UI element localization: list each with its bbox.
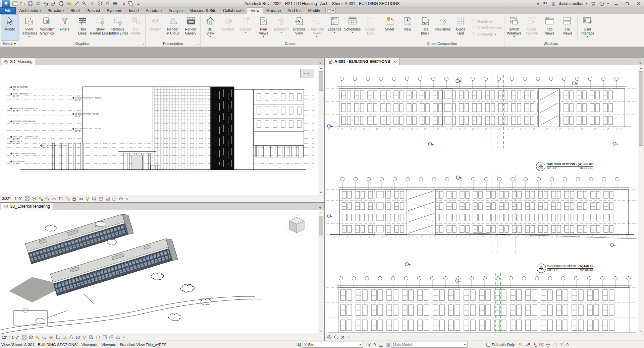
section-marker-icon[interactable] — [405, 263, 411, 266]
user-interface-button[interactable]: UserInterface▼ — [579, 14, 596, 41]
unlocked-view-icon[interactable] — [71, 196, 77, 202]
toolbar-expand-icon[interactable]: < — [123, 335, 125, 339]
dropdown-caret-icon[interactable]: ▼ — [513, 36, 515, 38]
toolbar-expand-icon[interactable]: < — [126, 197, 128, 201]
dropdown-caret-icon[interactable]: ▼ — [351, 31, 354, 33]
design-options-icon[interactable] — [378, 342, 384, 348]
scale-control[interactable]: 3/32" = 1'-0" — [2, 197, 22, 201]
scroll-up-icon[interactable]: ▲ — [640, 65, 642, 70]
customize-quick-access-icon[interactable] — [135, 1, 142, 7]
tab-3d-massing[interactable]: 3D_Massing — [1, 58, 36, 65]
collapse-search-icon[interactable]: ◄ — [536, 2, 539, 5]
signed-in-user[interactable]: david.smolker — [559, 1, 584, 6]
window-sheet-a301[interactable]: A-301 - BUILDING SECTIONS ✕ ▼ 01A-301 BU… — [324, 58, 644, 341]
ribbon-tab-architecture[interactable]: Architecture — [16, 8, 44, 14]
measure-icon[interactable] — [65, 1, 72, 7]
user-account-icon[interactable] — [550, 1, 557, 7]
fine-detail-icon[interactable] — [21, 335, 27, 340]
scroll-down-icon[interactable]: ▼ — [320, 329, 322, 334]
section-marker-icon[interactable] — [613, 142, 618, 145]
legends-button[interactable]: Legends▼ — [326, 14, 343, 41]
rendering-vscrollbar[interactable]: ▲▼ — [318, 210, 324, 334]
redo-icon[interactable] — [50, 1, 57, 7]
app-menu-icon[interactable] — [11, 1, 18, 7]
ribbon-tab-modify[interactable]: Modify — [305, 8, 323, 14]
ribbon-tab-add-ins[interactable]: Add-Ins — [284, 8, 305, 14]
render-in-cloud-button[interactable]: Renderin Cloud — [164, 14, 182, 41]
section-marker-icon[interactable] — [327, 125, 333, 128]
constraints-icon[interactable] — [118, 196, 124, 202]
guide-grid-button[interactable]: GuideGrid — [452, 14, 470, 41]
crop-region-visible-icon[interactable] — [62, 335, 67, 340]
door-cursor-icon[interactable] — [538, 342, 545, 348]
massing-canvas[interactable]: TOP OF PARAPET49' - 8"ROOF - BEARING48' … — [0, 65, 324, 195]
visibility-graphics-button[interactable]: Visibility/Graphics — [38, 14, 56, 41]
modify-button[interactable]: Modify — [1, 14, 18, 41]
shadows-off-icon[interactable] — [45, 196, 50, 202]
active-workset-combo[interactable]: X-Site — [303, 342, 363, 348]
close-button[interactable] — [634, 0, 643, 7]
unlocked-view-icon[interactable] — [68, 335, 74, 340]
steering-wheel-icon[interactable] — [326, 335, 332, 340]
fine-detail-icon[interactable] — [24, 196, 30, 202]
close-inactive-windows-icon[interactable] — [119, 1, 126, 7]
worksharing-icon[interactable] — [102, 335, 108, 340]
window-3d-exterior-rendering[interactable]: 3D_ExteriorRendering ▼ — [0, 202, 324, 341]
title-block-button[interactable]: TitleBlock — [416, 14, 434, 41]
render-gallery-button[interactable]: RenderGallery — [182, 14, 200, 41]
design-option-combo[interactable]: Main Model — [391, 342, 468, 348]
dropdown-caret-icon[interactable]: ▼ — [316, 36, 318, 38]
window-menu-icon[interactable]: ▼ — [317, 62, 324, 65]
revit-app-button[interactable]: R — [2, 0, 10, 7]
window-menu-icon[interactable]: ▼ — [317, 206, 324, 210]
constraints-icon[interactable] — [115, 335, 121, 340]
3d-view-button[interactable]: 3DView▼ — [201, 14, 219, 41]
temporary-hide-icon[interactable] — [75, 335, 81, 340]
scroll-up-icon[interactable]: ▲ — [320, 65, 322, 70]
reveal-hidden-icon[interactable] — [82, 335, 88, 340]
move-cursor-icon[interactable] — [545, 342, 552, 348]
ribbon-tab-systems[interactable]: Systems — [103, 8, 125, 14]
pin-cursor-icon[interactable] — [532, 342, 538, 348]
section-marker-icon[interactable] — [610, 243, 616, 247]
dialog-launcher-icon[interactable]: ↘ — [197, 42, 200, 47]
dropdown-caret-icon[interactable]: ▼ — [28, 36, 30, 38]
scale-control[interactable]: 12" = 1'-0" — [2, 335, 19, 339]
scroll-down-icon[interactable]: ▼ — [320, 190, 322, 195]
analytical-off-icon[interactable] — [92, 196, 97, 202]
remove-hidden-lines-button[interactable]: RemoveHidden Lines — [109, 14, 127, 41]
dropdown-caret-icon[interactable]: ▼ — [262, 36, 265, 38]
visual-style-shaded-icon[interactable] — [28, 335, 34, 340]
displaced-icon[interactable] — [112, 196, 117, 202]
scroll-down-icon[interactable]: ▼ — [640, 329, 642, 334]
ribbon-tab-analyze[interactable]: Analyze — [165, 8, 186, 14]
stop-icon[interactable] — [340, 335, 345, 340]
close-tab-icon[interactable]: ✕ — [393, 60, 396, 64]
thin-lines-icon[interactable] — [112, 1, 118, 7]
visual-style-icon[interactable] — [31, 196, 37, 202]
switch-windows-icon[interactable] — [127, 1, 134, 7]
tile-views-button[interactable]: TileViews — [558, 14, 576, 41]
window-3d-massing[interactable]: 3D_Massing ▼ — [0, 58, 324, 202]
scroll-thumb[interactable] — [639, 71, 643, 146]
aligned-dimension-icon[interactable] — [73, 1, 80, 7]
dropdown-caret-icon[interactable]: ▼ — [209, 36, 211, 38]
sheet-button[interactable]: Sheet — [381, 14, 398, 41]
ribbon-tab-manage[interactable]: Manage — [263, 8, 284, 14]
drafting-view-button[interactable]: DraftingView — [290, 14, 308, 41]
ribbon-tab-file[interactable]: File — [0, 7, 16, 14]
view-templates-button[interactable]: ViewTemplates▼ — [20, 14, 38, 41]
highlight-sets-icon[interactable] — [98, 196, 104, 202]
section-marker-icon[interactable] — [428, 143, 434, 146]
shadows-off-icon[interactable] — [42, 335, 47, 340]
sheet-canvas[interactable]: 01A-301 BUILDING SECTION - (W) N/S 03 3/… — [325, 65, 644, 334]
scroll-up-icon[interactable]: ▲ — [320, 210, 322, 215]
cart-icon[interactable] — [590, 1, 596, 7]
ribbon-tab-massing-site[interactable]: Massing & Site — [186, 8, 220, 14]
toolbar-expand-icon[interactable]: < — [347, 335, 350, 339]
revisions-button[interactable]: Revisions — [434, 14, 452, 41]
render-dialog-icon[interactable] — [51, 196, 57, 202]
tab-sheet-a301[interactable]: A-301 - BUILDING SECTIONS ✕ — [325, 58, 399, 65]
dialog-launcher-icon[interactable]: ↘ — [142, 42, 145, 47]
zoom-icon[interactable] — [333, 335, 339, 340]
